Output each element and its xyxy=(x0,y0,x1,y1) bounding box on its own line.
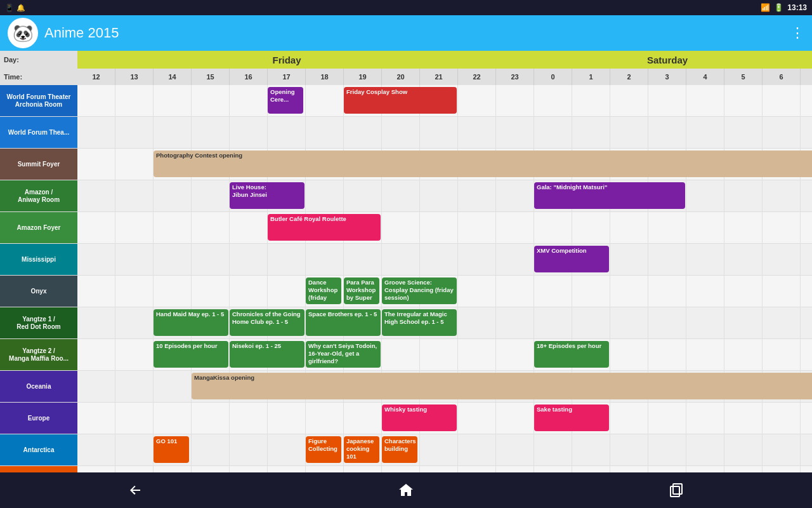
time-23: 23 xyxy=(496,69,534,85)
overflow-menu-icon[interactable]: ⋮ xyxy=(790,25,804,41)
row-antarctica: GO 101 Figure Collecting Japanese cookin… xyxy=(77,434,812,466)
event-space-brothers[interactable]: Space Brothers ep. 1 - 5 xyxy=(306,309,381,336)
room-antarctica[interactable]: Antarctica xyxy=(0,434,77,466)
event-japanese-cooking[interactable]: Japanese cooking 101 xyxy=(344,436,379,463)
row-world-forum-2 xyxy=(77,117,812,149)
time-header-strip: 12 13 14 15 16 17 18 19 20 21 22 23 0 1 … xyxy=(77,69,812,85)
clock: 13:13 xyxy=(787,3,807,12)
row-amazon-foyer: Butler Café Royal Roulette xyxy=(77,212,812,244)
room-oceania[interactable]: Oceania xyxy=(0,371,77,403)
event-figure-collecting[interactable]: Figure Collecting xyxy=(306,436,341,463)
event-mangakissa[interactable]: MangaKissa opening xyxy=(192,373,812,399)
room-europe[interactable]: Europe xyxy=(0,403,77,434)
friday-header: Friday xyxy=(77,51,496,69)
content-area: Day: Time: Friday Saturday xyxy=(0,51,812,472)
day-label: Day: xyxy=(0,51,77,69)
grid-headers: Friday Saturday 12 13 14 15 16 17 18 19 xyxy=(77,51,812,85)
time-label-row: Time: xyxy=(0,69,77,85)
row-yangtze2: 10 Episodes per hour Nisekoi ep. 1 - 25 … xyxy=(77,339,812,371)
time-5: 5 xyxy=(724,69,763,85)
back-button[interactable] xyxy=(116,478,154,503)
row-africa xyxy=(77,466,812,472)
event-groove-science[interactable]: Groove Science: Cosplay Dancing (friday … xyxy=(382,277,457,304)
event-live-house[interactable]: Live House:Jibun Jinsei xyxy=(230,182,304,209)
row-yangtze1: Hand Maid May ep. 1 - 5 Chronicles of th… xyxy=(77,307,812,339)
time-14: 14 xyxy=(154,69,192,85)
event-butler-cafe[interactable]: Butler Café Royal Roulette xyxy=(268,214,381,241)
status-bar: 📱 🔔 📶 🔋 13:13 xyxy=(0,0,812,15)
row-summit-foyer: Photography Contest opening xyxy=(77,149,812,180)
row-oceania: MangaKissa opening xyxy=(77,371,812,403)
time-12: 12 xyxy=(77,69,115,85)
time-label: Time: xyxy=(0,69,77,85)
event-10-episodes[interactable]: 10 Episodes per hour xyxy=(154,341,228,368)
svg-rect-0 xyxy=(671,486,679,497)
event-para-para[interactable]: Para Para Workshop by Super xyxy=(344,277,379,304)
battery-icon: 🔋 xyxy=(774,3,783,12)
row-europe: Whisky tasting Sake tasting xyxy=(77,403,812,434)
room-yangtze1[interactable]: Yangtze 1 /Red Dot Room xyxy=(0,307,77,339)
grid-rows: Opening Cere... Friday Cosplay Show Phot… xyxy=(77,85,812,472)
bottom-nav xyxy=(0,472,812,508)
row-onyx: Dance Workshop (friday Para Para Worksho… xyxy=(77,276,812,307)
app-logo: 🐼 xyxy=(8,18,38,48)
event-18plus[interactable]: 18+ Episodes per hour xyxy=(534,341,609,368)
event-dance-workshop[interactable]: Dance Workshop (friday xyxy=(306,277,341,304)
time-15: 15 xyxy=(192,69,230,85)
day-header-strip: Friday Saturday xyxy=(77,51,812,69)
row-mississippi: XMV Competition xyxy=(77,244,812,276)
time-18: 18 xyxy=(306,69,344,85)
room-mississippi[interactable]: Mississippi xyxy=(0,244,77,276)
row-world-forum-archonia: Opening Cere... Friday Cosplay Show xyxy=(77,85,812,117)
room-africa[interactable]: Africa xyxy=(0,466,77,472)
room-amazon-foyer[interactable]: Amazon Foyer xyxy=(0,212,77,244)
event-go101[interactable]: GO 101 xyxy=(154,436,189,463)
status-left-icons: 📱 🔔 xyxy=(5,4,25,12)
time-7: 7 xyxy=(801,69,812,85)
room-onyx[interactable]: Onyx xyxy=(0,276,77,307)
event-photography-contest[interactable]: Photography Contest opening xyxy=(154,150,812,177)
event-whisky-tasting[interactable]: Whisky tasting xyxy=(382,404,457,431)
recents-button[interactable] xyxy=(658,478,696,503)
home-button[interactable] xyxy=(387,478,425,503)
event-xmv[interactable]: XMV Competition xyxy=(534,246,609,272)
time-22: 22 xyxy=(458,69,496,85)
event-sake-tasting[interactable]: Sake tasting xyxy=(534,404,609,431)
room-world-forum-archonia[interactable]: World Forum TheaterArchonia Room xyxy=(0,85,77,117)
time-16: 16 xyxy=(230,69,268,85)
sidebar-header: Day: Time: xyxy=(0,51,77,85)
day-label-row: Day: xyxy=(0,51,77,69)
time-19: 19 xyxy=(344,69,382,85)
header-section: Day: Time: Friday Saturday xyxy=(0,51,812,85)
event-irregular-magic[interactable]: The Irregular at Magic High School ep. 1… xyxy=(382,309,457,336)
room-world-forum-2[interactable]: World Forum Thea... xyxy=(0,117,77,149)
room-yangtze2[interactable]: Yangtze 2 /Manga Maffia Roo... xyxy=(0,339,77,371)
time-6: 6 xyxy=(763,69,801,85)
svg-rect-1 xyxy=(673,484,682,494)
app-title: Anime 2015 xyxy=(44,25,784,41)
time-1: 1 xyxy=(572,69,610,85)
event-characters-building[interactable]: Characters building xyxy=(382,436,417,463)
app-bar: 🐼 Anime 2015 ⋮ xyxy=(0,15,812,51)
room-amazon-aniway[interactable]: Amazon /Aniway Room xyxy=(0,180,77,212)
event-friday-cosplay-show[interactable]: Friday Cosplay Show xyxy=(344,87,457,114)
event-hand-maid-may[interactable]: Hand Maid May ep. 1 - 5 xyxy=(154,309,228,336)
event-seiya[interactable]: Why can't Seiya Todoin, 16-Year-Old, get… xyxy=(306,341,381,368)
row-amazon-aniway: Live House:Jibun Jinsei Gala: "Midnight … xyxy=(77,180,812,212)
time-21: 21 xyxy=(420,69,458,85)
time-2: 2 xyxy=(610,69,648,85)
wifi-icon: 📶 xyxy=(761,3,770,12)
main-content: Day: Time: Friday Saturday xyxy=(0,51,812,472)
event-gala-midnight[interactable]: Gala: "Midnight Matsuri" xyxy=(534,182,685,209)
event-nisekoi[interactable]: Nisekoi ep. 1 - 25 xyxy=(230,341,304,368)
status-right-info: 📶 🔋 13:13 xyxy=(761,3,807,12)
time-0: 0 xyxy=(534,69,572,85)
room-summit-foyer[interactable]: Summit Foyer xyxy=(0,149,77,180)
event-opening-ceremony[interactable]: Opening Cere... xyxy=(268,87,303,114)
time-20: 20 xyxy=(382,69,420,85)
notification-icon: 📱 xyxy=(5,4,14,12)
sidebar-rows: World Forum TheaterArchonia Room World F… xyxy=(0,85,77,472)
time-17: 17 xyxy=(268,69,306,85)
notification-icon-2: 🔔 xyxy=(16,4,25,12)
event-chronicles[interactable]: Chronicles of the Going Home Club ep. 1 … xyxy=(230,309,304,336)
